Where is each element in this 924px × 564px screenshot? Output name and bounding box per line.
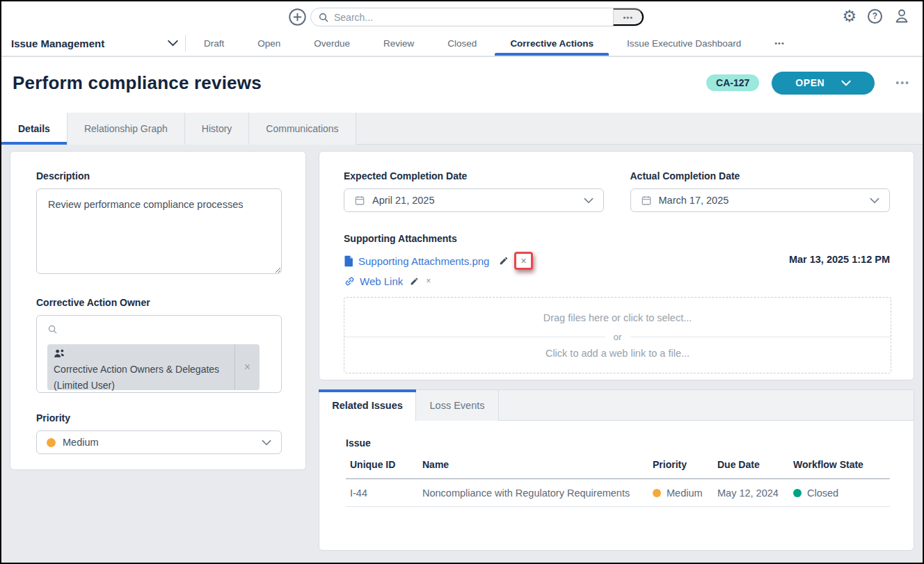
app-window: ••• ⚙ ? Issue Management Draft Open Over… <box>0 0 924 564</box>
header-actions: CA-127 OPEN ••• <box>706 72 910 95</box>
nav-tab-overdue[interactable]: Overdue <box>314 31 350 56</box>
page-content: Description Review performance complianc… <box>1 145 923 563</box>
profile-icon[interactable] <box>893 8 910 24</box>
owner-chip-label-line1: Corrective Action Owners & Delegates <box>54 362 234 377</box>
cell-workflow-state: Closed <box>793 488 890 499</box>
cell-priority: Medium <box>653 488 717 499</box>
divider <box>185 35 186 51</box>
description-textarea[interactable]: Review performance compliance processes <box>36 188 282 274</box>
owner-chip-label-line2: (Limited User) <box>54 378 234 393</box>
search-options-icon[interactable]: ••• <box>613 8 644 26</box>
closed-state-dot <box>793 489 802 497</box>
app-name: Issue Management <box>11 38 104 49</box>
chevron-down-icon <box>870 198 879 204</box>
user-group-icon <box>54 348 65 358</box>
detail-tabs: Details Relationship Graph History Commu… <box>1 113 923 145</box>
col-workflow-state: Workflow State <box>793 459 890 470</box>
owner-chip-remove-icon[interactable]: × <box>234 344 260 390</box>
add-icon[interactable] <box>287 7 307 26</box>
priority-select[interactable]: Medium <box>36 430 282 454</box>
details-right-card: Expected Completion Date April 21, 2025 … <box>319 151 914 380</box>
expected-date-value: April 21, 2025 <box>372 195 434 206</box>
file-icon <box>344 255 354 267</box>
topbar-actions: ⚙ ? <box>842 1 910 31</box>
remove-attachment-icon[interactable]: × <box>520 255 526 266</box>
search-icon <box>318 12 329 23</box>
remove-weblink-icon[interactable]: × <box>426 276 431 286</box>
record-id-badge: CA-127 <box>706 74 759 91</box>
tab-related-issues[interactable]: Related Issues <box>319 390 416 421</box>
search-bar[interactable]: ••• <box>310 8 644 26</box>
dropzone-divider: or <box>344 332 891 342</box>
tab-relationship-graph[interactable]: Relationship Graph <box>67 113 185 145</box>
col-name: Name <box>422 459 653 470</box>
dropzone-text: Drag files here or click to select... <box>344 312 891 323</box>
attachments-label: Supporting Attachments <box>344 233 890 244</box>
priority-value: Medium <box>63 437 99 448</box>
chevron-down-icon <box>168 40 178 47</box>
search-input[interactable] <box>334 12 613 23</box>
calendar-icon <box>354 195 365 206</box>
chevron-down-icon <box>262 440 271 446</box>
settings-gear-icon[interactable]: ⚙ <box>842 7 857 25</box>
priority-label: Priority <box>36 412 280 424</box>
web-link[interactable]: Web Link <box>360 275 403 287</box>
nav-overflow-icon[interactable]: ••• <box>774 39 785 47</box>
dropzone-weblink-text[interactable]: Click to add a web link to a file... <box>344 348 891 359</box>
related-issues-panel: Issue Unique ID Name Priority Due Date W… <box>319 420 914 551</box>
nav-tab-closed[interactable]: Closed <box>447 31 477 56</box>
app-switcher[interactable]: Issue Management <box>11 38 185 49</box>
chevron-down-icon <box>841 80 851 86</box>
app-navbar: Issue Management Draft Open Overdue Revi… <box>1 31 923 56</box>
tab-details[interactable]: Details <box>1 113 67 145</box>
expected-date-label: Expected Completion Date <box>344 170 604 182</box>
attachment-file-row: Supporting Attachments.png × Mar 13, 202… <box>344 250 890 272</box>
nav-tab-draft[interactable]: Draft <box>204 31 224 56</box>
nav-tab-corrective-actions[interactable]: Corrective Actions <box>510 31 594 56</box>
col-priority: Priority <box>653 459 717 470</box>
issue-table-header: Unique ID Name Priority Due Date Workflo… <box>346 450 890 479</box>
attachment-file-link[interactable]: Supporting Attachments.png <box>358 255 489 267</box>
owner-label: Corrective Action Owner <box>36 297 280 308</box>
priority-medium-dot <box>47 438 56 447</box>
col-unique-id: Unique ID <box>350 459 422 470</box>
page-header: Perform compliance reviews CA-127 OPEN •… <box>1 57 923 113</box>
description-label: Description <box>36 170 280 182</box>
attachment-timestamp: Mar 13, 2025 1:12 PM <box>789 254 890 265</box>
chevron-down-icon <box>584 198 594 204</box>
cell-unique-id: I-44 <box>350 488 422 499</box>
record-more-icon[interactable]: ••• <box>895 77 910 88</box>
edit-attachment-icon[interactable] <box>499 256 509 266</box>
col-due-date: Due Date <box>717 459 793 470</box>
priority-medium-dot <box>653 489 661 497</box>
workflow-tabs: Draft Open Overdue Review Closed Correct… <box>204 31 785 56</box>
related-tabs: Related Issues Loss Events <box>319 389 914 420</box>
top-bar: ••• ⚙ ? <box>1 1 923 31</box>
workflow-state-label: OPEN <box>795 77 825 88</box>
page-title: Perform compliance reviews <box>13 72 262 94</box>
annotation-highlight-box: × <box>514 252 532 270</box>
cell-name: Noncompliance with Regulatory Requiremen… <box>422 488 653 499</box>
actual-date-label: Actual Completion Date <box>630 170 891 182</box>
tab-history[interactable]: History <box>185 113 250 145</box>
table-row[interactable]: I-44 Noncompliance with Regulatory Requi… <box>346 479 890 507</box>
owner-picker[interactable]: Corrective Action Owners & Delegates (Li… <box>36 315 282 393</box>
owner-chip: Corrective Action Owners & Delegates (Li… <box>47 344 260 390</box>
cell-due-date: May 12, 2024 <box>717 488 793 499</box>
nav-tab-open[interactable]: Open <box>257 31 280 56</box>
calendar-icon <box>641 195 652 206</box>
tab-communications[interactable]: Communications <box>249 113 356 145</box>
actual-date-select[interactable]: March 17, 2025 <box>630 188 891 212</box>
edit-weblink-icon[interactable] <box>410 277 419 286</box>
actual-date-value: March 17, 2025 <box>659 195 729 206</box>
link-icon <box>344 275 356 287</box>
details-left-card: Description Review performance complianc… <box>10 151 306 470</box>
nav-tab-issue-executive-dashboard[interactable]: Issue Executive Dashboard <box>627 31 741 56</box>
nav-tab-review[interactable]: Review <box>383 31 414 56</box>
help-icon[interactable]: ? <box>868 9 882 24</box>
workflow-state-button[interactable]: OPEN <box>772 72 875 95</box>
expected-date-select[interactable]: April 21, 2025 <box>344 188 604 212</box>
search-icon <box>47 324 58 335</box>
file-dropzone[interactable]: Drag files here or click to select... or… <box>344 297 891 373</box>
tab-loss-events[interactable]: Loss Events <box>416 390 499 421</box>
